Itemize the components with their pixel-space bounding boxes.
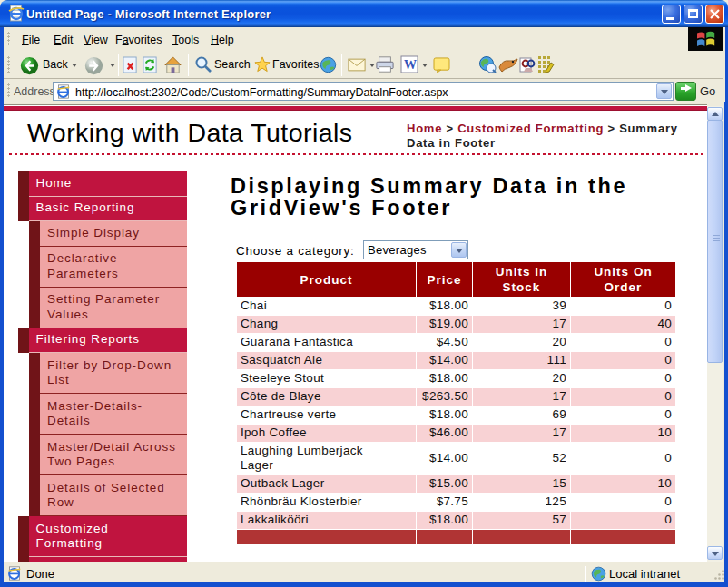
svg-text:W: W xyxy=(404,58,417,72)
